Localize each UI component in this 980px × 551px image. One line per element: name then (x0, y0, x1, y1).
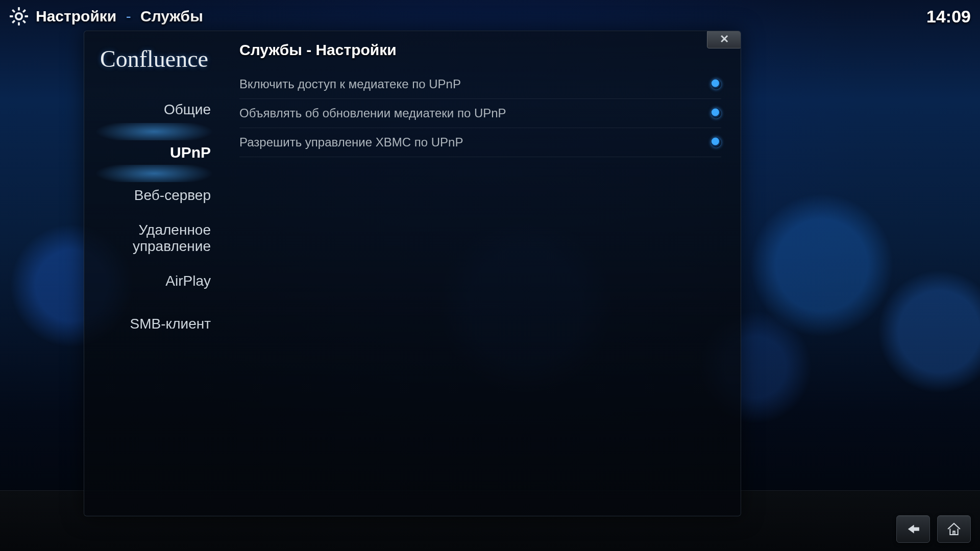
option-enable-upnp-library[interactable]: Включить доступ к медиатеке по UPnP (239, 70, 721, 99)
back-arrow-icon (904, 520, 922, 538)
sidebar-item-label: Веб-сервер (134, 187, 211, 204)
option-allow-upnp-control[interactable]: Разрешить управление XBMC по UPnP (239, 128, 721, 157)
settings-panel: Confluence Общие UPnP Веб-сервер Удаленн… (84, 31, 741, 516)
option-label: Объявлять об обновлении медиатеки по UPn… (239, 106, 711, 120)
sidebar-item-smb-client[interactable]: SMB-клиент (84, 303, 224, 345)
sidebar-item-label: AirPlay (165, 273, 211, 289)
radio-on-icon (711, 108, 721, 118)
gear-icon (9, 7, 29, 26)
svg-rect-3 (10, 15, 13, 17)
content-area: ✕ Службы - Настройки Включить доступ к м… (224, 31, 741, 516)
breadcrumb-separator: - (121, 8, 136, 24)
svg-rect-5 (22, 9, 26, 13)
sidebar-item-label: управление (133, 238, 211, 255)
home-button[interactable] (937, 515, 971, 543)
radio-on-icon (711, 137, 721, 147)
breadcrumb: Настройки - Службы (36, 8, 203, 25)
options-list: Включить доступ к медиатеке по UPnP Объя… (239, 70, 721, 157)
sidebar-item-label: Общие (164, 102, 211, 118)
footer-buttons (896, 515, 971, 543)
sidebar-item-webserver[interactable]: Веб-сервер (84, 174, 224, 217)
radio-on-icon (711, 79, 721, 89)
sidebar-item-label: SMB-клиент (130, 316, 211, 332)
sidebar-item-remote-control[interactable]: Удаленное управление (84, 217, 224, 260)
option-label: Включить доступ к медиатеке по UPnP (239, 77, 711, 91)
svg-rect-2 (18, 22, 20, 26)
clock: 14:09 (926, 7, 971, 27)
theme-logo: Confluence (84, 38, 224, 79)
sidebar-item-label: Удаленное (139, 222, 211, 238)
svg-rect-8 (22, 20, 26, 23)
sidebar-item-label: UPnP (170, 144, 211, 161)
option-announce-library-updates[interactable]: Объявлять об обновлении медиатеки по UPn… (239, 99, 721, 128)
top-bar: Настройки - Службы 14:09 (9, 4, 971, 29)
category-list: Общие UPnP Веб-сервер Удаленное управлен… (84, 88, 224, 345)
breadcrumb-root: Настройки (36, 8, 116, 24)
home-icon (945, 520, 963, 538)
breadcrumb-current: Службы (140, 8, 203, 24)
close-button[interactable]: ✕ (707, 31, 741, 48)
content-title: Службы - Настройки (239, 41, 721, 59)
sidebar-item-upnp[interactable]: UPnP (84, 131, 224, 174)
option-label: Разрешить управление XBMC по UPnP (239, 135, 711, 149)
svg-rect-1 (18, 7, 20, 11)
sidebar-item-general[interactable]: Общие (84, 88, 224, 131)
back-button[interactable] (896, 515, 930, 543)
svg-rect-4 (24, 15, 28, 17)
close-icon: ✕ (720, 33, 729, 46)
svg-rect-7 (12, 9, 15, 13)
svg-point-0 (16, 13, 22, 19)
sidebar-item-airplay[interactable]: AirPlay (84, 260, 224, 303)
sidebar: Confluence Общие UPnP Веб-сервер Удаленн… (84, 31, 224, 516)
svg-rect-6 (12, 20, 15, 23)
